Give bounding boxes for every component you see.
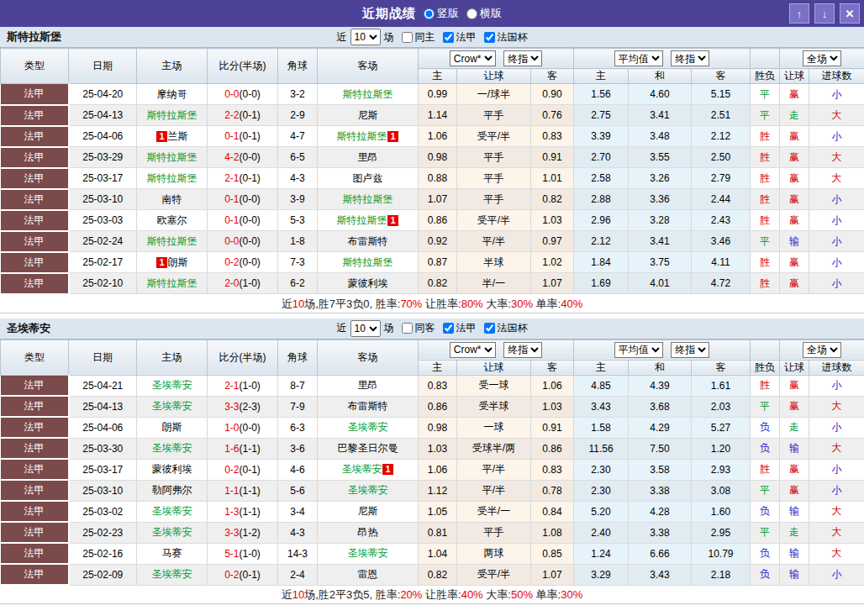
results-tbody: 法甲25-04-21圣埃蒂安2-1(1-0)8-7里昂0.83受一球1.064.… (1, 375, 864, 585)
summary-segment: 近 (282, 297, 292, 310)
fulltime-score: 2-1 (224, 380, 239, 392)
handicap-result-cell: 走 (780, 417, 809, 438)
cup-checkbox[interactable] (484, 32, 495, 43)
layout-radio-vertical-input[interactable] (424, 8, 435, 19)
team-name: 南特 (162, 193, 182, 205)
same-venue-checkbox[interactable] (402, 323, 413, 334)
date-cell: 25-02-17 (69, 252, 137, 273)
scroll-up-button[interactable]: ↑ (789, 3, 809, 24)
fulltime-score: 2-1 (224, 172, 239, 184)
match-row: 法甲25-03-17斯特拉斯堡2-1(0-1)4-3图卢兹0.88平手1.012… (1, 168, 864, 189)
avg-home-cell: 1.24 (574, 543, 629, 564)
score-cell: 1-3(1-1) (208, 501, 278, 522)
outcome-cell: 平 (751, 396, 780, 417)
euro-source-select[interactable]: 平均值 (614, 342, 663, 358)
score-cell: 2-2(0-1) (208, 105, 278, 126)
date-cell: 25-04-21 (69, 375, 137, 396)
layout-radio-horizontal[interactable]: 横版 (466, 6, 502, 21)
league-checkbox[interactable] (443, 323, 454, 334)
odds-handicap-cell: 平/半 (457, 459, 531, 480)
avg-away-cell: 3.46 (692, 231, 751, 252)
sub-header-avg-away: 客 (692, 69, 751, 84)
outcome-cell: 胜 (751, 459, 780, 480)
corners-cell: 5-6 (278, 480, 318, 501)
odds-home-cell: 0.82 (419, 273, 457, 294)
team-name: 斯特拉斯堡 (147, 277, 198, 289)
team-section-strasbourg: 斯特拉斯堡 近 10 场 同主 法甲 法国杯 类型 日期 主场 比分(半场) (0, 27, 864, 313)
home-team-cell: 圣埃蒂安 (137, 501, 208, 522)
avg-draw-cell: 3.36 (629, 189, 692, 210)
odds-handicap-cell: 平/半 (457, 480, 531, 501)
handicap-result-cell: 赢 (780, 126, 809, 147)
team-name: 雷恩 (358, 568, 378, 580)
away-team-cell: 布雷斯特 (318, 396, 419, 417)
league-cell: 法甲 (1, 189, 69, 210)
recent-prefix-label: 近 (337, 321, 347, 335)
match-row: 法甲25-03-02圣埃蒂安1-3(1-1)3-4尼斯1.05受半/一0.845… (1, 501, 864, 522)
euro-time-select[interactable]: 终指 (671, 342, 709, 358)
col-header-away: 客场 (318, 340, 419, 375)
away-team-cell: 圣埃蒂安1 (318, 459, 419, 480)
average-odds-group-header: 平均值 终指 (574, 340, 751, 360)
fulltime-score: 0-2 (224, 256, 239, 268)
odds-home-cell: 0.88 (419, 168, 457, 189)
recent-count-select[interactable]: 10 (350, 29, 381, 45)
outcome-cell: 负 (751, 438, 780, 459)
halftime-score: (0-1) (240, 569, 261, 581)
avg-draw-cell: 7.50 (629, 438, 692, 459)
odds-home-cell: 0.86 (419, 210, 457, 231)
team-name: 蒙彼利埃 (152, 463, 192, 475)
scope-select[interactable]: 全场 (803, 342, 841, 358)
outcome-cell: 负 (751, 417, 780, 438)
home-team-cell: 圣埃蒂安 (137, 564, 208, 585)
odds-away-cell: 1.06 (531, 375, 574, 396)
avg-home-cell: 2.88 (574, 189, 629, 210)
scroll-down-button[interactable]: ↓ (814, 3, 835, 24)
fulltime-score: 3-3 (224, 527, 239, 539)
odds-time-select[interactable]: 终指 (503, 342, 542, 358)
halftime-score: (1-1) (240, 443, 261, 455)
euro-time-select[interactable]: 终指 (671, 50, 709, 66)
score-cell: 0-2(0-0) (208, 252, 278, 273)
home-team-cell: 蒙彼利埃 (137, 459, 208, 480)
odds-away-cell: 1.03 (531, 210, 574, 231)
same-venue-checkbox[interactable] (402, 32, 413, 43)
odds-source-select[interactable]: Crow* (450, 50, 496, 66)
odds-source-select[interactable]: Crow* (450, 342, 496, 358)
goals-cell: 大 (809, 168, 864, 189)
euro-source-select[interactable]: 平均值 (614, 50, 663, 66)
recent-count-select[interactable]: 10 (350, 320, 381, 337)
scope-select[interactable]: 全场 (803, 50, 841, 66)
odds-handicap-cell: 受平/半 (457, 126, 531, 147)
avg-draw-cell: 3.43 (629, 564, 692, 585)
fulltime-score: 0-1 (224, 130, 239, 142)
odds-time-select[interactable]: 终指 (503, 50, 542, 66)
layout-radio-horizontal-input[interactable] (466, 8, 477, 19)
home-team-cell: 圣埃蒂安 (137, 438, 208, 459)
date-cell: 25-03-10 (69, 189, 137, 210)
layout-radio-vertical[interactable]: 竖版 (424, 6, 459, 21)
avg-away-cell: 2.03 (692, 396, 751, 417)
match-row: 法甲25-02-09圣埃蒂安0-2(0-1)2-4雷恩0.82受平/半1.073… (1, 564, 864, 585)
avg-home-cell: 3.29 (574, 564, 629, 585)
cup-checkbox[interactable] (484, 323, 495, 334)
col-header-date: 日期 (69, 49, 137, 84)
cup-label: 法国杯 (498, 321, 528, 335)
goals-cell: 小 (809, 84, 864, 105)
odds-handicap-cell: 平手 (457, 522, 531, 543)
goals-cell: 大 (809, 147, 864, 168)
summary-segment: 10 (292, 588, 304, 601)
halftime-score: (0-1) (240, 109, 261, 121)
close-button[interactable]: ✕ (840, 3, 860, 24)
fulltime-score: 0-1 (224, 214, 239, 226)
league-checkbox[interactable] (443, 32, 454, 43)
goals-cell: 小 (809, 210, 864, 231)
odds-handicap-cell: 半/一 (457, 273, 531, 294)
match-row: 法甲25-03-03欧塞尔0-1(0-0)5-3斯特拉斯堡10.86受平/半1.… (1, 210, 864, 231)
odds-handicap-cell: 受球半/两 (457, 438, 531, 459)
halftime-score: (0-0) (240, 193, 261, 205)
away-team-cell: 昂热 (318, 522, 419, 543)
league-cell: 法甲 (1, 273, 69, 294)
outcome-cell: 平 (751, 480, 780, 501)
corners-cell: 3-2 (278, 84, 318, 105)
